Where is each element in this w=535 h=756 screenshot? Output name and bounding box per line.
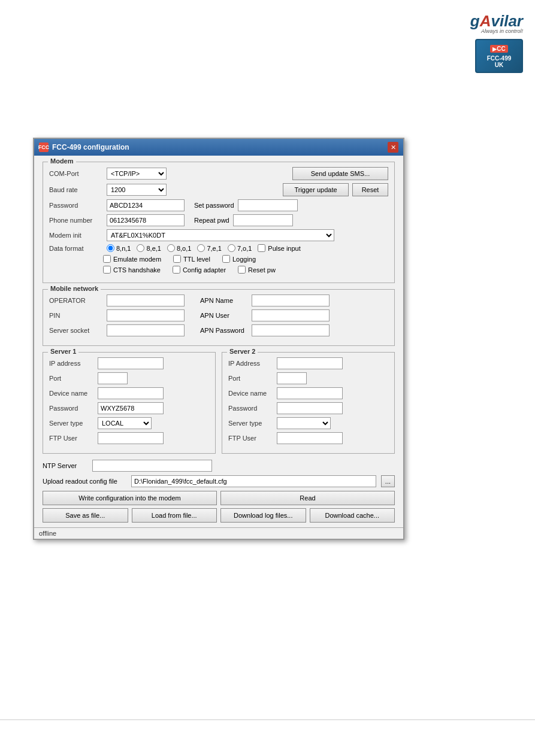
upload-path-input[interactable] <box>131 475 376 487</box>
data-format-radio-group: 8,n,1 8,e,1 8,o,1 7,e,1 7,o,1 <box>107 244 301 252</box>
baud-rate-row: Baud rate 1200 Trigger update Reset <box>49 183 388 196</box>
dialog-title: FCC-499 configuration <box>52 143 129 151</box>
trigger-update-button[interactable]: Trigger update <box>283 183 349 196</box>
emulate-modem-label: Emulate modem <box>113 256 161 263</box>
repeat-pwd-input[interactable] <box>233 214 293 226</box>
dialog-content: Modem COM-Port <TCP/IP> Send update SMS.… <box>34 156 403 460</box>
cts-handshake-label: CTS handshake <box>113 266 161 274</box>
send-update-sms-button[interactable]: Send update SMS... <box>292 167 388 180</box>
ntp-server-label: NTP Server <box>43 462 87 469</box>
emulate-modem-check[interactable]: Emulate modem <box>103 255 161 263</box>
pin-input[interactable] <box>107 309 185 321</box>
s2-ftpuser-input[interactable] <box>277 432 343 444</box>
ntp-server-input[interactable] <box>92 460 212 472</box>
apn-user-label: APN User <box>200 312 248 319</box>
read-button[interactable]: Read <box>220 491 395 505</box>
fcc-badge: ▶CC FCC-499 UK <box>475 39 523 73</box>
write-read-row: Write configuration into the modem Read <box>43 491 395 505</box>
s1-device-input[interactable] <box>98 387 164 399</box>
set-password-input[interactable] <box>238 199 298 211</box>
radio-8o1[interactable]: 8,o,1 <box>167 244 191 252</box>
bottom-divider <box>0 719 535 720</box>
phone-number-row: Phone number Repeat pwd <box>49 214 388 226</box>
set-password-label: Set password <box>194 202 234 209</box>
config-adapter-checkbox[interactable] <box>173 266 180 274</box>
modem-section: Modem COM-Port <TCP/IP> Send update SMS.… <box>43 162 395 283</box>
s1-servertype-row: Server type LOCAL <box>49 417 209 429</box>
ttl-level-checkbox[interactable] <box>173 255 181 263</box>
s2-ip-label: IP Address <box>228 360 273 367</box>
operator-label: OPERATOR <box>49 297 103 304</box>
servers-section: Server 1 IP address Port Device name Pas… <box>43 352 395 454</box>
checkbox-row-2: CTS handshake Config adapter Reset pw <box>49 266 388 274</box>
radio-7o1-input[interactable] <box>228 244 235 252</box>
s1-port-input[interactable] <box>98 372 128 384</box>
load-from-button[interactable]: Load from file... <box>132 508 217 523</box>
cts-handshake-checkbox[interactable] <box>103 266 111 274</box>
reset-pw-check[interactable]: Reset pw <box>238 266 276 274</box>
radio-8o1-input[interactable] <box>167 244 175 252</box>
s1-ftpuser-row: FTP User <box>49 432 209 444</box>
emulate-modem-checkbox[interactable] <box>103 255 111 263</box>
com-port-row: COM-Port <TCP/IP> Send update SMS... <box>49 167 388 180</box>
browse-button[interactable]: ... <box>381 475 395 487</box>
cts-handshake-check[interactable]: CTS handshake <box>103 266 161 274</box>
pulse-input-checkbox[interactable] <box>258 244 265 252</box>
s1-password-input[interactable] <box>98 402 164 414</box>
config-adapter-label: Config adapter <box>183 266 226 274</box>
radio-8e1[interactable]: 8,e,1 <box>137 244 161 252</box>
radio-7e1[interactable]: 7,e,1 <box>197 244 221 252</box>
radio-7o1[interactable]: 7,o,1 <box>228 244 252 252</box>
server-socket-input[interactable] <box>107 324 185 336</box>
reset-pw-checkbox[interactable] <box>238 266 246 274</box>
s2-servertype-row: Server type <box>228 417 388 429</box>
server-socket-label: Server socket <box>49 327 103 334</box>
modem-init-row: Modem init AT&FL0X1%K0DT <box>49 229 388 241</box>
data-format-label: Data format <box>49 245 103 252</box>
radio-8e1-input[interactable] <box>137 244 144 252</box>
s1-servertype-select[interactable]: LOCAL <box>98 417 152 429</box>
s2-port-label: Port <box>228 375 273 382</box>
operator-input[interactable] <box>107 294 185 306</box>
download-log-button[interactable]: Download log files... <box>220 508 306 523</box>
logging-check[interactable]: Logging <box>222 255 256 263</box>
pulse-input-check[interactable]: Pulse input <box>258 244 300 252</box>
ttl-level-check[interactable]: TTL level <box>173 255 210 263</box>
reset-button[interactable]: Reset <box>352 183 388 196</box>
s2-port-row: Port <box>228 372 388 384</box>
baud-rate-label: Baud rate <box>49 186 103 193</box>
radio-8n1-input[interactable] <box>107 244 114 252</box>
config-adapter-check[interactable]: Config adapter <box>173 266 226 274</box>
s2-password-row: Password <box>228 402 388 414</box>
s1-ip-label: IP address <box>49 360 94 367</box>
s2-ftpuser-row: FTP User <box>228 432 388 444</box>
close-button[interactable]: ✕ <box>388 142 398 153</box>
s2-password-input[interactable] <box>277 402 343 414</box>
logging-checkbox[interactable] <box>222 255 230 263</box>
write-config-button[interactable]: Write configuration into the modem <box>43 491 217 505</box>
s2-servertype-select[interactable] <box>277 417 331 429</box>
apn-name-input[interactable] <box>252 294 330 306</box>
s2-ip-input[interactable] <box>277 357 343 369</box>
com-port-select[interactable]: <TCP/IP> <box>107 168 167 180</box>
s1-ip-input[interactable] <box>98 357 164 369</box>
radio-7e1-input[interactable] <box>197 244 205 252</box>
radio-8n1[interactable]: 8,n,1 <box>107 244 131 252</box>
save-as-button[interactable]: Save as file... <box>43 508 128 523</box>
apn-password-input[interactable] <box>252 324 330 336</box>
baud-rate-select[interactable]: 1200 <box>107 184 167 196</box>
titlebar-icon: FCC <box>39 142 49 152</box>
ntp-row: NTP Server <box>43 460 395 472</box>
s2-device-input[interactable] <box>277 387 343 399</box>
download-cache-button[interactable]: Download cache... <box>310 508 395 523</box>
s2-port-input[interactable] <box>277 372 307 384</box>
password-input[interactable] <box>107 199 185 211</box>
phone-number-input[interactable] <box>107 214 185 226</box>
server-socket-row: Server socket APN Password <box>49 324 388 336</box>
titlebar-left: FCC FCC-499 configuration <box>39 142 129 152</box>
s1-ftpuser-input[interactable] <box>98 432 164 444</box>
repeat-pwd-label: Repeat pwd <box>194 217 229 224</box>
apn-user-input[interactable] <box>252 309 330 321</box>
reset-pw-label: Reset pw <box>248 266 276 274</box>
modem-init-select[interactable]: AT&FL0X1%K0DT <box>107 229 334 241</box>
